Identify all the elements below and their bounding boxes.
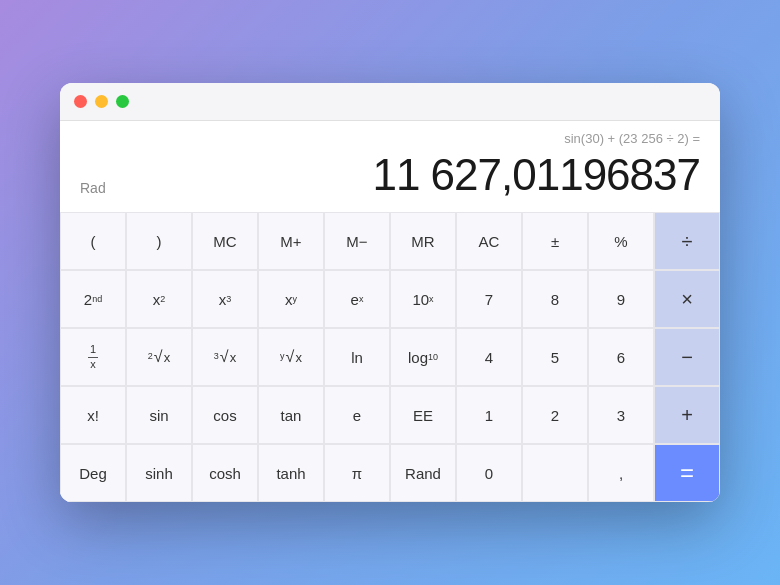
btn-log10[interactable]: log10 (390, 328, 456, 386)
btn-10x[interactable]: 10x (390, 270, 456, 328)
btn-plus-minus[interactable]: ± (522, 212, 588, 270)
btn-tanh[interactable]: tanh (258, 444, 324, 502)
btn-7[interactable]: 7 (456, 270, 522, 328)
close-button[interactable] (74, 95, 87, 108)
btn-8[interactable]: 8 (522, 270, 588, 328)
btn-multiply[interactable]: × (654, 270, 720, 328)
btn-comma[interactable]: , (588, 444, 654, 502)
btn-x2[interactable]: x2 (126, 270, 192, 328)
btn-m-minus[interactable]: M− (324, 212, 390, 270)
btn-sqrty[interactable]: y√x (258, 328, 324, 386)
btn-equals[interactable]: = (654, 444, 720, 502)
btn-6[interactable]: 6 (588, 328, 654, 386)
btn-close-paren[interactable]: ) (126, 212, 192, 270)
result-value: 11 627,01196837 (372, 150, 700, 200)
rad-label: Rad (80, 180, 106, 200)
btn-add[interactable]: + (654, 386, 720, 444)
btn-deg[interactable]: Deg (60, 444, 126, 502)
btn-sinh[interactable]: sinh (126, 444, 192, 502)
btn-tan[interactable]: tan (258, 386, 324, 444)
btn-divide[interactable]: ÷ (654, 212, 720, 270)
btn-open-paren[interactable]: ( (60, 212, 126, 270)
btn-3[interactable]: 3 (588, 386, 654, 444)
btn-9[interactable]: 9 (588, 270, 654, 328)
btn-xy[interactable]: xy (258, 270, 324, 328)
btn-1x[interactable]: 1x (60, 328, 126, 386)
btn-e[interactable]: e (324, 386, 390, 444)
btn-2nd[interactable]: 2nd (60, 270, 126, 328)
btn-empty (522, 444, 588, 502)
btn-1[interactable]: 1 (456, 386, 522, 444)
minimize-button[interactable] (95, 95, 108, 108)
expression: sin(30) + (23 256 ÷ 2) = (80, 131, 700, 146)
buttons-area: ( ) MC M+ M− MR AC ± % ÷ 2nd x2 x3 xy ex… (60, 212, 720, 502)
result-row: Rad 11 627,01196837 (80, 150, 700, 200)
btn-percent[interactable]: % (588, 212, 654, 270)
btn-ln[interactable]: ln (324, 328, 390, 386)
btn-5[interactable]: 5 (522, 328, 588, 386)
calculator: sin(30) + (23 256 ÷ 2) = Rad 11 627,0119… (60, 83, 720, 502)
title-bar (60, 83, 720, 121)
btn-factorial[interactable]: x! (60, 386, 126, 444)
btn-4[interactable]: 4 (456, 328, 522, 386)
btn-cos[interactable]: cos (192, 386, 258, 444)
btn-sqrt3[interactable]: 3√x (192, 328, 258, 386)
btn-sqrt2[interactable]: 2√x (126, 328, 192, 386)
btn-pi[interactable]: π (324, 444, 390, 502)
btn-sin[interactable]: sin (126, 386, 192, 444)
btn-2[interactable]: 2 (522, 386, 588, 444)
maximize-button[interactable] (116, 95, 129, 108)
btn-ee[interactable]: EE (390, 386, 456, 444)
btn-cosh[interactable]: cosh (192, 444, 258, 502)
btn-ex[interactable]: ex (324, 270, 390, 328)
btn-m-plus[interactable]: M+ (258, 212, 324, 270)
btn-subtract[interactable]: − (654, 328, 720, 386)
btn-rand[interactable]: Rand (390, 444, 456, 502)
btn-ac[interactable]: AC (456, 212, 522, 270)
btn-x3[interactable]: x3 (192, 270, 258, 328)
btn-0[interactable]: 0 (456, 444, 522, 502)
btn-mc[interactable]: MC (192, 212, 258, 270)
btn-mr[interactable]: MR (390, 212, 456, 270)
display: sin(30) + (23 256 ÷ 2) = Rad 11 627,0119… (60, 121, 720, 212)
